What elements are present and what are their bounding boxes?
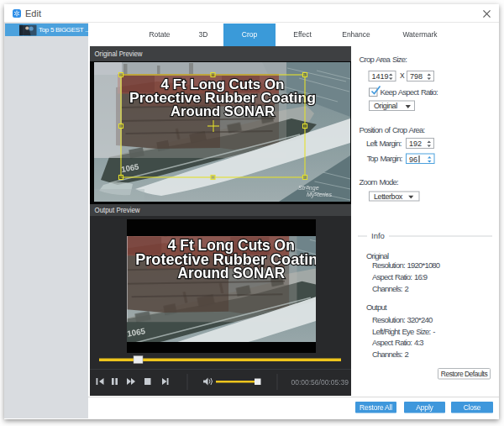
svg-text:Original Preview: Original Preview: [95, 50, 143, 58]
svg-text:Output Preview: Output Preview: [95, 206, 140, 214]
svg-text:00:00:56/00:05:39: 00:00:56/00:05:39: [291, 378, 349, 387]
